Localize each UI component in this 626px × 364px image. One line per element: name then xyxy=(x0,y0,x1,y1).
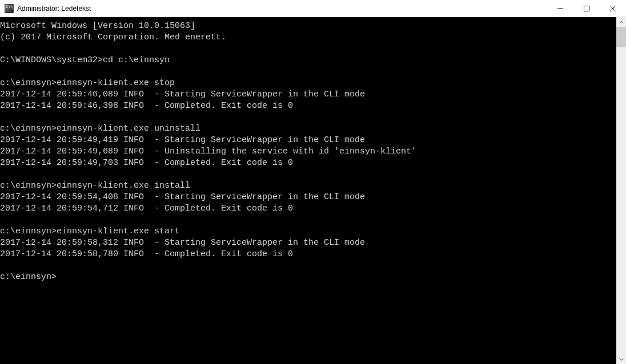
svg-rect-1 xyxy=(584,6,589,11)
scrollbar-thumb[interactable] xyxy=(616,27,626,47)
window-title: Administrator: Ledetekst xyxy=(17,5,547,13)
chevron-down-icon xyxy=(619,357,624,362)
minimize-icon xyxy=(557,6,563,11)
maximize-icon xyxy=(584,6,589,11)
vertical-scrollbar[interactable] xyxy=(616,17,626,364)
scroll-up-button[interactable] xyxy=(616,17,626,27)
close-icon xyxy=(610,6,616,11)
scrollbar-track[interactable] xyxy=(616,27,626,354)
chevron-up-icon xyxy=(619,20,624,25)
minimize-button[interactable] xyxy=(547,0,573,17)
terminal-output[interactable]: Microsoft Windows [Version 10.0.15063] (… xyxy=(0,17,626,364)
window-controls xyxy=(547,0,626,17)
scroll-down-button[interactable] xyxy=(616,354,626,364)
maximize-button[interactable] xyxy=(573,0,600,17)
close-button[interactable] xyxy=(600,0,626,17)
terminal-wrapper: Microsoft Windows [Version 10.0.15063] (… xyxy=(0,17,626,364)
window-titlebar: Administrator: Ledetekst xyxy=(0,0,626,17)
cmd-app-icon xyxy=(5,4,14,13)
